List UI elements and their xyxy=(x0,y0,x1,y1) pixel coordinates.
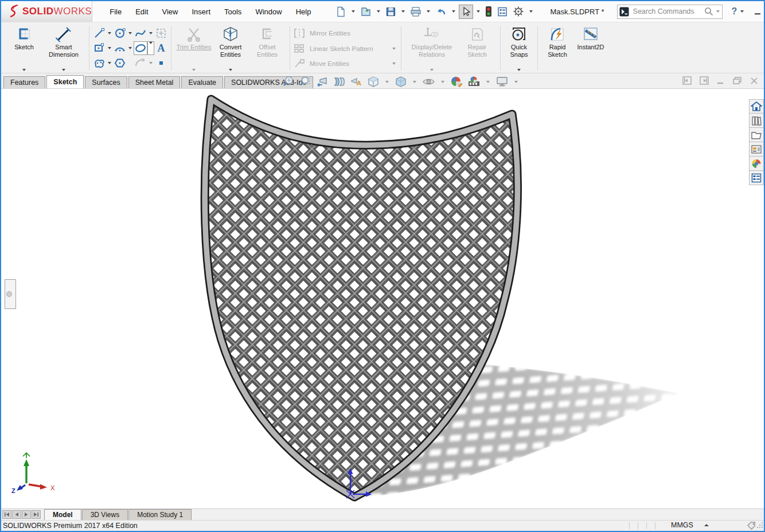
save-caret[interactable] xyxy=(401,10,405,13)
fillet-caret[interactable] xyxy=(149,62,153,64)
search-commands-input[interactable] xyxy=(631,7,704,15)
arc-tool-button[interactable] xyxy=(113,41,127,55)
save-button[interactable] xyxy=(384,5,398,19)
next-tab-button[interactable] xyxy=(22,510,31,519)
repair-sketch-button[interactable]: Repair Sketch xyxy=(458,24,496,73)
menu-insert[interactable]: Insert xyxy=(185,5,218,18)
search-magnifier-icon[interactable] xyxy=(704,6,714,17)
options-button[interactable] xyxy=(511,4,526,19)
collapse-right-pane-icon[interactable] xyxy=(700,76,709,85)
sketch-button[interactable]: Sketch xyxy=(6,24,42,73)
zoom-to-area-button[interactable] xyxy=(298,75,312,88)
edit-appearance-button[interactable] xyxy=(449,75,464,88)
section-view-button[interactable] xyxy=(331,75,346,88)
arc-caret[interactable] xyxy=(128,47,132,49)
freeform-caret[interactable] xyxy=(108,62,111,64)
previous-view-button[interactable] xyxy=(314,75,329,88)
rapid-sketch-button[interactable]: Rapid Sketch xyxy=(542,24,573,73)
graphics-area[interactable]: X Z Y xyxy=(1,89,764,508)
display-delete-relations-button[interactable]: Display/Delete Relations xyxy=(405,24,458,73)
linear-sketch-pattern-button[interactable]: Linear Sketch Pattern xyxy=(293,42,398,56)
linear-pattern-caret[interactable] xyxy=(392,48,396,50)
convert-entities-button[interactable]: Convert Entities xyxy=(212,24,249,73)
mirror-entities-button[interactable]: Mirror Entities xyxy=(293,26,398,40)
quick-snaps-caret[interactable] xyxy=(517,69,521,71)
offset-entities-button[interactable]: Offset Entities xyxy=(249,24,286,73)
menu-view[interactable]: View xyxy=(155,5,185,18)
fillet-tool-button[interactable] xyxy=(134,56,147,70)
new-document-caret[interactable] xyxy=(352,10,355,13)
help-button[interactable]: ? xyxy=(732,6,737,17)
line-tool-button[interactable] xyxy=(92,26,106,40)
prev-tab-button[interactable] xyxy=(12,510,21,519)
sketch-caret[interactable] xyxy=(22,69,26,71)
smart-dimension-caret[interactable] xyxy=(62,69,65,71)
unit-system-selector[interactable]: MMGS xyxy=(671,521,712,529)
tab-surfaces[interactable]: Surfaces xyxy=(85,76,127,88)
menu-window[interactable]: Window xyxy=(248,5,288,18)
new-document-button[interactable] xyxy=(334,5,348,19)
spline-tool-button[interactable] xyxy=(134,26,147,40)
feature-pane-splitter-handle[interactable] xyxy=(5,279,16,309)
instant2d-button[interactable]: Instant2D xyxy=(573,24,608,73)
tab-sheet-metal[interactable]: Sheet Metal xyxy=(128,76,181,88)
hide-show-caret[interactable] xyxy=(441,81,444,83)
annotation-view-button[interactable]: A xyxy=(349,75,364,88)
minimize-icon[interactable] xyxy=(754,7,762,15)
print-button[interactable] xyxy=(408,5,423,19)
view-settings-caret[interactable] xyxy=(514,81,518,83)
point-tool-button[interactable] xyxy=(154,56,168,70)
smart-dimension-button[interactable]: Smart Dimension xyxy=(42,24,85,73)
hide-show-items-button[interactable] xyxy=(421,75,436,88)
apply-scene-caret[interactable] xyxy=(486,81,490,83)
doc-restore-icon[interactable] xyxy=(733,77,742,85)
convert-caret[interactable] xyxy=(229,69,232,71)
spline-caret[interactable] xyxy=(149,32,153,34)
move-entities-button[interactable]: Move Entities xyxy=(293,57,398,71)
line-caret[interactable] xyxy=(108,32,111,34)
home-tab-button[interactable] xyxy=(749,99,764,114)
open-button[interactable] xyxy=(358,5,373,19)
help-caret[interactable] xyxy=(740,10,744,13)
trim-entities-button[interactable]: Trim Entities xyxy=(175,24,212,73)
tab-evaluate[interactable]: Evaluate xyxy=(181,76,223,88)
first-tab-button[interactable] xyxy=(2,510,11,519)
menu-help[interactable]: Help xyxy=(289,5,318,18)
resize-grip[interactable] xyxy=(756,521,764,531)
quick-snaps-button[interactable]: Quick Snaps xyxy=(505,24,533,73)
appearances-scenes-button[interactable] xyxy=(749,157,764,171)
view-palette-button[interactable] xyxy=(749,142,764,157)
print-caret[interactable] xyxy=(427,10,430,13)
trim-caret[interactable] xyxy=(192,69,196,71)
tab-sketch[interactable]: Sketch xyxy=(46,75,84,88)
undo-caret[interactable] xyxy=(452,10,455,13)
custom-properties-button[interactable] xyxy=(749,171,764,185)
circle-tool-button[interactable] xyxy=(113,26,127,40)
display-style-caret[interactable] xyxy=(413,81,416,83)
tab-model[interactable]: Model xyxy=(44,509,81,520)
select-button[interactable] xyxy=(459,5,473,19)
view-orientation-caret[interactable] xyxy=(385,81,389,83)
text-tool-button[interactable]: A xyxy=(154,41,168,55)
menu-edit[interactable]: Edit xyxy=(128,5,155,18)
sketch-picture-button[interactable] xyxy=(154,26,168,40)
menu-file[interactable]: File xyxy=(103,5,128,18)
search-caret[interactable] xyxy=(716,10,720,13)
file-explorer-button[interactable] xyxy=(749,128,764,142)
collapse-left-pane-icon[interactable] xyxy=(682,76,692,85)
doc-close-icon[interactable] xyxy=(750,77,758,85)
select-caret[interactable] xyxy=(477,10,480,13)
rectangle-tool-button[interactable] xyxy=(92,41,106,55)
zoom-to-fit-button[interactable] xyxy=(281,75,295,88)
apply-scene-button[interactable] xyxy=(466,75,482,88)
options-caret[interactable] xyxy=(529,10,533,13)
tab-motion-study-1[interactable]: Motion Study 1 xyxy=(128,509,192,520)
view-settings-button[interactable] xyxy=(494,75,510,88)
display-style-button[interactable] xyxy=(393,75,408,88)
doc-minimize-icon[interactable] xyxy=(717,77,725,85)
view-orientation-button[interactable] xyxy=(366,75,381,88)
ellipse-tool-button[interactable] xyxy=(134,41,147,55)
menu-tools[interactable]: Tools xyxy=(217,5,248,18)
freeform-tool-button[interactable] xyxy=(92,56,106,70)
ellipse-caret[interactable] xyxy=(149,42,153,44)
